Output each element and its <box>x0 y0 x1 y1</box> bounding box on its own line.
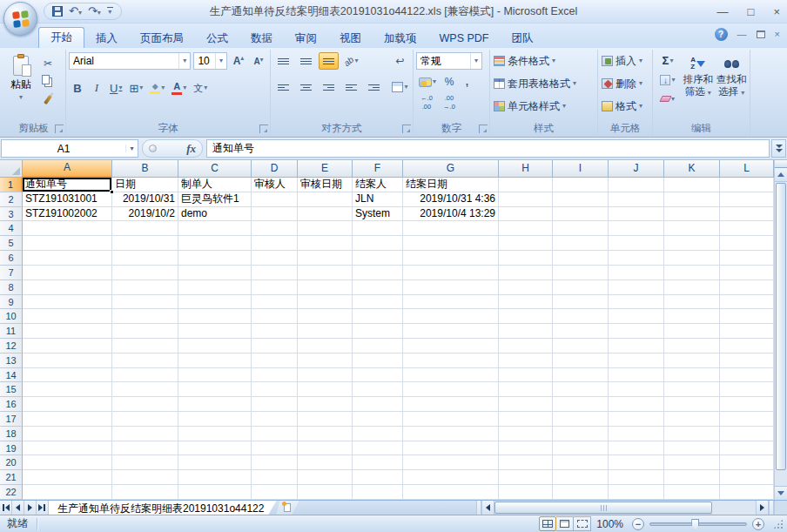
cell-G6[interactable] <box>403 251 499 266</box>
cell-G18[interactable] <box>403 427 499 441</box>
row-header-13[interactable]: 13 <box>0 354 23 368</box>
cell-I13[interactable] <box>553 354 609 368</box>
cell-H16[interactable] <box>499 397 553 412</box>
cell-F10[interactable] <box>353 309 403 324</box>
cell-E9[interactable] <box>298 295 353 310</box>
column-header-F[interactable]: F <box>353 160 403 178</box>
page-layout-view-button[interactable] <box>556 516 574 531</box>
cell-G10[interactable] <box>403 309 499 324</box>
row-header-14[interactable]: 14 <box>0 368 23 383</box>
cell-K7[interactable] <box>664 266 720 280</box>
cell-I14[interactable] <box>553 368 609 383</box>
increase-indent-button[interactable] <box>364 78 384 96</box>
cell-I9[interactable] <box>553 295 609 310</box>
cell-H2[interactable] <box>499 192 553 207</box>
column-header-L[interactable]: L <box>720 160 774 178</box>
cell-K14[interactable] <box>664 368 720 383</box>
cell-E14[interactable] <box>298 368 353 383</box>
cell-C17[interactable] <box>178 412 252 427</box>
cell-I2[interactable] <box>553 192 609 207</box>
cell-I11[interactable] <box>553 324 609 339</box>
cell-F18[interactable] <box>353 427 403 441</box>
insert-cells-button[interactable]: 插入 ▾ <box>601 52 649 70</box>
cell-D6[interactable] <box>252 251 298 266</box>
cell-C5[interactable] <box>178 236 252 251</box>
cell-G1[interactable]: 结案日期 <box>403 178 499 192</box>
cell-H12[interactable] <box>499 339 553 354</box>
cell-B11[interactable] <box>112 324 178 339</box>
percent-style-button[interactable]: % <box>441 73 458 91</box>
cell-C4[interactable] <box>178 221 252 236</box>
cell-J4[interactable] <box>609 221 664 236</box>
cell-H13[interactable] <box>499 354 553 368</box>
cell-F21[interactable] <box>353 470 403 485</box>
cell-B10[interactable] <box>112 309 178 324</box>
cell-L17[interactable] <box>720 412 774 427</box>
expand-formula-bar-button[interactable] <box>771 139 786 158</box>
phonetic-guide-button[interactable]: 文▾ <box>191 79 210 97</box>
underline-button[interactable]: U▾ <box>107 79 124 97</box>
row-header-3[interactable]: 3 <box>0 207 23 222</box>
cell-L9[interactable] <box>720 295 774 310</box>
cell-A14[interactable] <box>23 368 112 383</box>
cell-J3[interactable] <box>609 207 664 222</box>
cell-A17[interactable] <box>23 412 112 427</box>
cell-D17[interactable] <box>252 412 298 427</box>
cell-C13[interactable] <box>178 354 252 368</box>
cell-B18[interactable] <box>112 427 178 441</box>
cell-J2[interactable] <box>609 192 664 207</box>
scroll-right-button[interactable] <box>756 501 769 515</box>
column-header-B[interactable]: B <box>112 160 178 178</box>
cell-A12[interactable] <box>23 339 112 354</box>
chevron-down-icon[interactable]: ▾ <box>118 84 122 91</box>
cell-B7[interactable] <box>112 266 178 280</box>
cell-B2[interactable]: 2019/10/31 <box>112 192 178 207</box>
wrap-text-button[interactable]: ↩ <box>390 52 410 70</box>
cell-L5[interactable] <box>720 236 774 251</box>
cell-H14[interactable] <box>499 368 553 383</box>
cell-F19[interactable] <box>353 441 403 456</box>
workbook-close-button[interactable]: × <box>775 30 780 39</box>
cell-B4[interactable] <box>112 221 178 236</box>
chevron-down-icon[interactable]: ▾ <box>215 53 226 69</box>
cell-C20[interactable] <box>178 455 252 470</box>
cell-A2[interactable]: STZ191031001 <box>23 192 112 207</box>
cell-F7[interactable] <box>353 266 403 280</box>
cell-K13[interactable] <box>664 354 720 368</box>
align-right-button[interactable] <box>319 78 339 96</box>
row-header-15[interactable]: 15 <box>0 382 23 397</box>
cell-L22[interactable] <box>720 485 774 500</box>
tab-开始[interactable]: 开始 <box>38 27 84 48</box>
cell-H6[interactable] <box>499 251 553 266</box>
cell-I10[interactable] <box>553 309 609 324</box>
cell-B16[interactable] <box>112 397 178 412</box>
cell-E22[interactable] <box>298 485 353 500</box>
cell-I12[interactable] <box>553 339 609 354</box>
cell-G14[interactable] <box>403 368 499 383</box>
cell-D20[interactable] <box>252 455 298 470</box>
font-color-button[interactable]: A▾ <box>169 79 189 97</box>
chevron-down-icon[interactable]: ▾ <box>139 84 143 91</box>
cell-A7[interactable] <box>23 266 112 280</box>
workbook-restore-button[interactable] <box>757 30 765 38</box>
cell-D4[interactable] <box>252 221 298 236</box>
last-sheet-button[interactable] <box>37 501 49 515</box>
cell-K12[interactable] <box>664 339 720 354</box>
cell-L8[interactable] <box>720 280 774 295</box>
cell-J12[interactable] <box>609 339 664 354</box>
row-header-7[interactable]: 7 <box>0 266 23 280</box>
cell-A13[interactable] <box>23 354 112 368</box>
cell-F3[interactable]: System <box>353 207 403 222</box>
merge-center-button[interactable]: ▾ <box>390 78 410 96</box>
chevron-down-icon[interactable]: ▾ <box>404 84 407 91</box>
row-header-19[interactable]: 19 <box>0 441 23 456</box>
row-header-9[interactable]: 9 <box>0 295 23 310</box>
cell-L12[interactable] <box>720 339 774 354</box>
zoom-in-button[interactable]: + <box>752 518 764 530</box>
cell-D7[interactable] <box>252 266 298 280</box>
cell-C18[interactable] <box>178 427 252 441</box>
horizontal-scroll-thumb[interactable] <box>494 502 712 514</box>
cell-D12[interactable] <box>252 339 298 354</box>
cell-L16[interactable] <box>720 397 774 412</box>
cell-A20[interactable] <box>23 455 112 470</box>
